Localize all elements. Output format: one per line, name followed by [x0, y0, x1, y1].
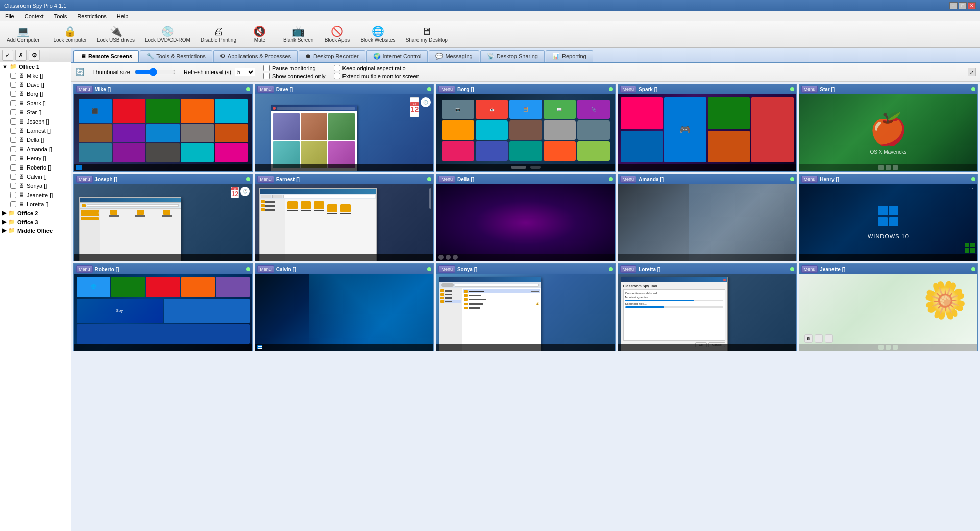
- tab-tools-restrictions[interactable]: 🔧 Tools & Restrictions: [140, 50, 212, 62]
- sidebar-item-amanda[interactable]: 🖥 Amanda []: [8, 144, 71, 154]
- block-websites-button[interactable]: 🌐 Block Websites: [356, 23, 400, 46]
- sidebar-item-joseph[interactable]: 🖥 Joseph []: [8, 117, 71, 126]
- sidebar-uncheck-all[interactable]: ✗: [15, 50, 27, 61]
- henry-menu-button[interactable]: Menu: [801, 176, 818, 183]
- joseph-checkbox[interactable]: [10, 118, 16, 125]
- screen-earnest[interactable]: Menu Earnest []: [255, 174, 434, 261]
- borg-checkbox[interactable]: [10, 91, 16, 97]
- dave-checkbox[interactable]: [10, 82, 16, 88]
- menu-help[interactable]: Help: [114, 12, 132, 20]
- menu-context[interactable]: Context: [21, 12, 47, 20]
- screen-star[interactable]: Menu Star [] 🍎 OS X Mavericks: [799, 84, 978, 172]
- sidebar-item-star[interactable]: 🖥 Star []: [8, 108, 71, 117]
- sidebar-item-mike[interactable]: 🖥 Mike []: [8, 71, 71, 80]
- tab-desktop-recorder[interactable]: ⏺ Desktop Recorder: [299, 50, 365, 62]
- screen-joseph[interactable]: Menu Joseph [] 🕐 12 12: [74, 174, 253, 261]
- pause-monitoring-checkbox[interactable]: [263, 65, 270, 71]
- joseph-menu-button[interactable]: Menu: [76, 176, 93, 183]
- blank-screen-button[interactable]: 📺 Blank Screen: [279, 23, 318, 46]
- sidebar-item-jeanette[interactable]: 🖥 Jeanette []: [8, 190, 71, 200]
- menu-restrictions[interactable]: Restrictions: [74, 12, 109, 20]
- earnest-menu-button[interactable]: Menu: [257, 176, 274, 183]
- mike-menu-button[interactable]: Menu: [76, 86, 93, 93]
- screen-loretta[interactable]: Menu Loretta [] Classroom Spy Tool: [618, 263, 797, 351]
- menu-file[interactable]: File: [2, 12, 17, 20]
- tab-applications[interactable]: ⚙ Applications & Processes: [213, 50, 298, 62]
- sonya-menu-button[interactable]: Menu: [438, 266, 455, 273]
- earnest-checkbox[interactable]: [10, 128, 16, 134]
- expand-button[interactable]: ⤢: [968, 68, 976, 76]
- screen-mike[interactable]: Menu Mike [] ⬛: [74, 84, 253, 172]
- disable-printing-button[interactable]: 🖨 Disable Printing: [196, 23, 241, 46]
- jeanette-menu-button[interactable]: Menu: [801, 266, 818, 273]
- jeanette-checkbox[interactable]: [10, 192, 16, 198]
- sidebar-item-borg[interactable]: 🖥 Borg []: [8, 89, 71, 99]
- screen-jeanette[interactable]: Menu Jeanette [] 🌼 🖥: [799, 263, 978, 351]
- middle-office-group[interactable]: ▶ 📁 Middle Office: [0, 226, 71, 235]
- refresh-interval-select[interactable]: 5 10 15 30: [235, 68, 255, 76]
- sidebar-settings[interactable]: ⚙: [29, 50, 40, 61]
- maximize-button[interactable]: □: [959, 2, 967, 9]
- della-menu-button[interactable]: Menu: [438, 176, 455, 183]
- della-checkbox[interactable]: [10, 137, 16, 143]
- thumbnail-size-slider[interactable]: [135, 68, 176, 76]
- office1-group[interactable]: ▼ 📁 Office 1: [0, 62, 71, 71]
- star-checkbox[interactable]: [10, 109, 16, 115]
- sidebar-item-earnest[interactable]: 🖥 Earnest []: [8, 126, 71, 135]
- office3-group[interactable]: ▶ 📁 Office 3: [0, 218, 71, 226]
- close-button[interactable]: ✕: [968, 2, 976, 9]
- henry-checkbox[interactable]: [10, 155, 16, 161]
- star-menu-button[interactable]: Menu: [801, 86, 818, 93]
- lock-computer-button[interactable]: 🔒 Lock computer: [48, 23, 91, 46]
- add-computer-button[interactable]: 💻 Add Computer: [2, 23, 44, 46]
- amanda-menu-button[interactable]: Menu: [620, 176, 637, 183]
- screen-dave[interactable]: Menu Dave [] 🕐: [255, 84, 434, 172]
- spark-menu-button[interactable]: Menu: [620, 86, 637, 93]
- loretta-checkbox[interactable]: [10, 201, 16, 207]
- extend-monitor-checkbox[interactable]: [334, 73, 340, 79]
- sidebar-item-spark[interactable]: 🖥 Spark []: [8, 99, 71, 108]
- sonya-checkbox[interactable]: [10, 183, 16, 189]
- keep-aspect-checkbox[interactable]: [334, 65, 340, 71]
- sidebar-item-della[interactable]: 🖥 Della []: [8, 135, 71, 144]
- mute-button[interactable]: 🔇 Mute: [242, 23, 278, 46]
- borg-menu-button[interactable]: Menu: [438, 86, 455, 93]
- sidebar-item-henry[interactable]: 🖥 Henry []: [8, 154, 71, 163]
- screen-della[interactable]: Menu Della []: [436, 174, 615, 261]
- loretta-menu-button[interactable]: Menu: [620, 266, 637, 273]
- tab-reporting[interactable]: 📊 Reporting: [546, 50, 593, 62]
- share-desktop-button[interactable]: 🖥 Share my Desktop: [401, 23, 452, 46]
- mike-checkbox[interactable]: [10, 73, 16, 79]
- roberto-checkbox[interactable]: [10, 164, 16, 171]
- screen-amanda[interactable]: Menu Amanda []: [618, 174, 797, 261]
- calvin-checkbox[interactable]: [10, 174, 16, 180]
- sidebar-check-all[interactable]: ✓: [2, 50, 13, 61]
- dave-menu-button[interactable]: Menu: [257, 86, 274, 93]
- minimize-button[interactable]: −: [949, 2, 958, 9]
- tab-remote-screens[interactable]: 🖥 Remote Screens: [74, 50, 139, 62]
- office2-group[interactable]: ▶ 📁 Office 2: [0, 209, 71, 218]
- sidebar-item-dave[interactable]: 🖥 Dave []: [8, 80, 71, 89]
- screen-henry[interactable]: Menu Henry [] WINDOWS 10: [799, 174, 978, 261]
- tab-messaging[interactable]: 💬 Messaging: [429, 50, 479, 62]
- screen-calvin[interactable]: Menu Calvin []: [255, 263, 434, 351]
- screen-borg[interactable]: Menu Borg [] 📷 📅 🧮 📖 📎: [436, 84, 615, 172]
- spark-checkbox[interactable]: [10, 100, 16, 106]
- tab-internet-control[interactable]: 🌍 Internet Control: [366, 50, 428, 62]
- sidebar-item-sonya[interactable]: 🖥 Sonya []: [8, 181, 71, 190]
- calvin-menu-button[interactable]: Menu: [257, 266, 274, 273]
- tab-desktop-sharing[interactable]: 📡 Desktop Sharing: [480, 50, 545, 62]
- screen-spark[interactable]: Menu Spark [] 🎮: [618, 84, 797, 172]
- sidebar-item-calvin[interactable]: 🖥 Calvin []: [8, 172, 71, 181]
- lock-usb-button[interactable]: 🔌 Lock USB drives: [92, 23, 139, 46]
- screen-sonya[interactable]: Menu Sonya []: [436, 263, 615, 351]
- menu-tools[interactable]: Tools: [51, 12, 70, 20]
- block-apps-button[interactable]: 🚫 Block Apps: [319, 23, 355, 46]
- lock-dvd-button[interactable]: 💿 Lock DVD/CD-ROM: [140, 23, 195, 46]
- sidebar-item-roberto[interactable]: 🖥 Roberto []: [8, 163, 71, 172]
- amanda-checkbox[interactable]: [10, 146, 16, 152]
- screen-roberto[interactable]: Menu Roberto [] 🌐: [74, 263, 253, 351]
- show-connected-checkbox[interactable]: [263, 73, 270, 79]
- roberto-menu-button[interactable]: Menu: [76, 266, 93, 273]
- sidebar-item-loretta[interactable]: 🖥 Loretta []: [8, 200, 71, 209]
